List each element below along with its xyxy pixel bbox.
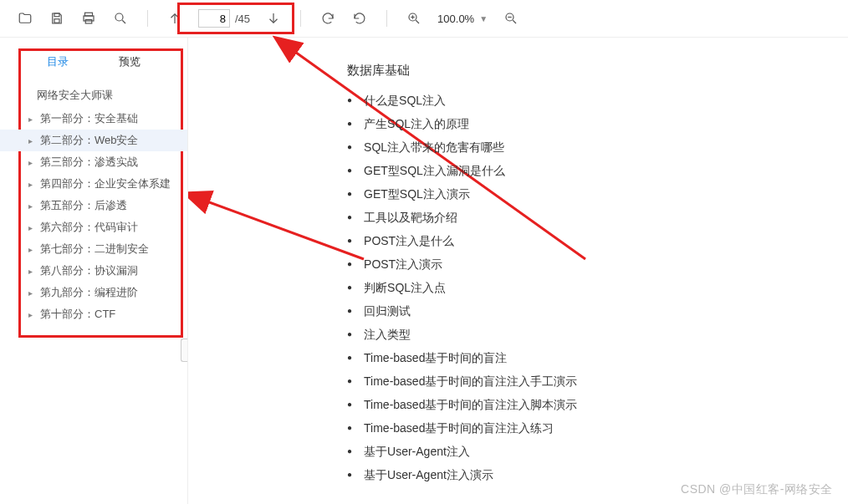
content-bullet: GET型SQL注入演示 [347, 182, 848, 206]
outline-item-label: 第九部分：编程进阶 [40, 285, 138, 300]
expand-icon[interactable]: ▸ [28, 310, 37, 319]
outline-item-label: 第一部分：安全基础 [40, 111, 138, 126]
content-bullet: POST注入演示 [347, 252, 848, 276]
rotate-cw-icon[interactable] [319, 10, 336, 27]
divider [300, 10, 301, 27]
content-bullet: POST注入是什么 [347, 229, 848, 252]
sidebar: 目录 预览 网络安全大师课 ▸第一部分：安全基础▸第二部分：Web安全▸第三部分… [0, 38, 188, 504]
outline-item[interactable]: ▸第四部分：企业安全体系建 [0, 173, 187, 195]
outline-item[interactable]: ▸第二部分：Web安全 [0, 130, 187, 151]
outline-tree: ▸第一部分：安全基础▸第二部分：Web安全▸第三部分：渗透实战▸第四部分：企业安… [0, 108, 187, 325]
page-down-icon[interactable] [265, 10, 282, 27]
zoom-value: 100.0% [437, 13, 474, 25]
outline-item[interactable]: ▸第六部分：代码审计 [0, 216, 187, 238]
tab-preview[interactable]: 预览 [112, 51, 147, 73]
content-bullet: 基于User-Agent注入 [347, 440, 848, 463]
save-icon[interactable] [49, 10, 65, 27]
content-bullet: Time-based基于时间的盲注注入脚本演示 [347, 393, 848, 416]
zoom-in-icon[interactable] [406, 10, 422, 27]
outline-item-label: 第八部分：协议漏洞 [40, 263, 138, 278]
divider [386, 10, 387, 27]
document-content: 数据库基础 什么是SQL注入产生SQL注入的原理SQL注入带来的危害有哪些GET… [188, 38, 848, 504]
main: 目录 预览 网络安全大师课 ▸第一部分：安全基础▸第二部分：Web安全▸第三部分… [0, 38, 848, 504]
expand-icon[interactable]: ▸ [28, 245, 37, 254]
outline-item-label: 第十部分：CTF [40, 307, 115, 322]
svg-rect-4 [85, 20, 92, 24]
page-indicator: /45 [198, 9, 250, 28]
outline-root-title[interactable]: 网络安全大师课 [0, 78, 187, 108]
content-bullet: 工具以及靶场介绍 [347, 206, 848, 229]
folder-icon[interactable] [17, 10, 33, 27]
zoom-display[interactable]: 100.0% ▼ [437, 13, 488, 25]
tab-outline[interactable]: 目录 [40, 51, 75, 73]
page-total: /45 [235, 13, 250, 25]
content-bullet: Time-based基于时间的盲注注入练习 [347, 416, 848, 440]
page-up-icon[interactable] [166, 10, 183, 27]
svg-rect-1 [54, 19, 59, 23]
rotate-ccw-icon[interactable] [351, 10, 368, 27]
outline-item[interactable]: ▸第五部分：后渗透 [0, 195, 187, 216]
content-bullet: 产生SQL注入的原理 [347, 112, 848, 135]
toolbar: /45 100.0% ▼ [0, 0, 848, 38]
zoom-out-icon[interactable] [503, 10, 519, 27]
outline-item[interactable]: ▸第九部分：编程进阶 [0, 282, 187, 303]
expand-icon[interactable]: ▸ [28, 288, 37, 298]
svg-line-12 [416, 20, 419, 23]
content-bullet: GET型SQL注入漏洞是什么 [347, 159, 848, 182]
outline-item[interactable]: ▸第十部分：CTF [0, 303, 187, 325]
outline-item-label: 第五部分：后渗透 [40, 198, 127, 213]
outline-item[interactable]: ▸第八部分：协议漏洞 [0, 260, 187, 282]
outline-item-label: 第二部分：Web安全 [40, 133, 139, 148]
content-bullet: Time-based基于时间的盲注注入手工演示 [347, 369, 848, 393]
outline-item-label: 第四部分：企业安全体系建 [40, 176, 171, 191]
outline-item[interactable]: ▸第三部分：渗透实战 [0, 151, 187, 173]
watermark: CSDN @中国红客-网络安全 [681, 482, 833, 497]
outline-item-label: 第六部分：代码审计 [40, 220, 138, 235]
expand-icon[interactable]: ▸ [28, 115, 37, 124]
content-bullet: SQL注入带来的危害有哪些 [347, 135, 848, 159]
outline-item[interactable]: ▸第七部分：二进制安全 [0, 238, 187, 260]
outline-item[interactable]: ▸第一部分：安全基础 [0, 108, 187, 130]
print-icon[interactable] [80, 10, 97, 27]
expand-icon[interactable]: ▸ [28, 223, 37, 232]
content-bullet: 判断SQL注入点 [347, 276, 848, 299]
page-input[interactable] [198, 9, 230, 28]
expand-icon[interactable]: ▸ [28, 136, 37, 145]
svg-point-5 [115, 13, 123, 21]
sidebar-resize-handle[interactable] [181, 339, 187, 362]
content-bullet: 回归测试 [347, 299, 848, 323]
divider [147, 10, 148, 27]
outline-item-label: 第三部分：渗透实战 [40, 155, 138, 170]
expand-icon[interactable]: ▸ [28, 158, 37, 167]
content-bullet: Time-based基于时间的盲注 [347, 346, 848, 369]
expand-icon[interactable]: ▸ [28, 201, 37, 211]
content-bullet: 注入类型 [347, 323, 848, 346]
content-bullet-list: 什么是SQL注入产生SQL注入的原理SQL注入带来的危害有哪些GET型SQL注入… [347, 89, 848, 486]
expand-icon[interactable]: ▸ [28, 180, 37, 189]
outline-item-label: 第七部分：二进制安全 [40, 242, 149, 257]
svg-line-15 [513, 20, 516, 23]
svg-line-6 [122, 20, 125, 23]
chevron-down-icon: ▼ [479, 14, 488, 23]
content-bullet: 什么是SQL注入 [347, 89, 848, 112]
svg-rect-0 [54, 13, 59, 17]
sidebar-tabs: 目录 预览 [0, 51, 187, 78]
search-icon[interactable] [112, 10, 129, 27]
content-heading: 数据库基础 [347, 63, 848, 79]
expand-icon[interactable]: ▸ [28, 267, 37, 276]
